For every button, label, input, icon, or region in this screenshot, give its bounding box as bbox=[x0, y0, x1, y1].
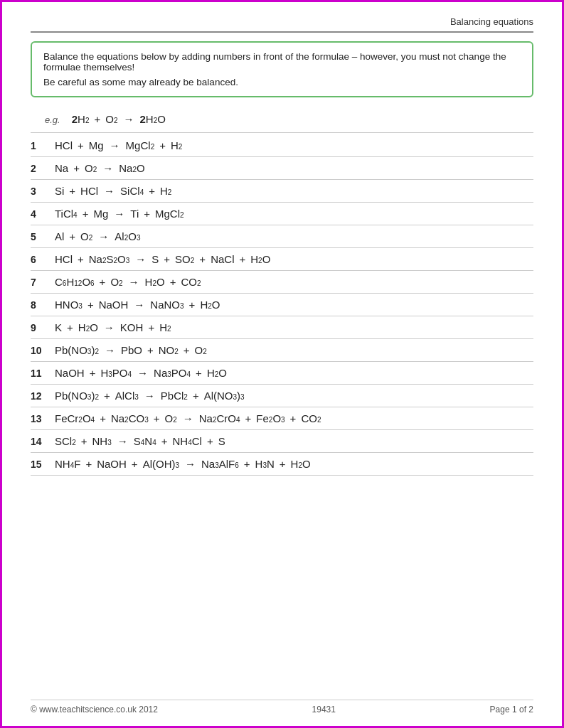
equation-14: SCl2 + NH3 → S4N4 + NH4Cl + S bbox=[53, 435, 227, 447]
equation-4: TiCl4 + Mg → Ti + MgCl2 bbox=[53, 208, 186, 220]
equation-15: NH4F + NaOH + Al(OH)3 → Na3AlF6 + H3N + … bbox=[53, 458, 312, 470]
equation-row-7: 7 C6H12O6 + O2 → H2O + CO2 bbox=[31, 271, 533, 294]
row-number-8: 8 bbox=[31, 299, 53, 311]
equation-2: Na + O2 → Na2O bbox=[53, 162, 147, 174]
equation-7: C6H12O6 + O2 → H2O + CO2 bbox=[53, 276, 203, 288]
equation-13: FeCr2O4 + Na2CO3 + O2 → Na2CrO4 + Fe2O3 … bbox=[53, 412, 322, 424]
equation-row-13: 13 FeCr2O4 + Na2CO3 + O2 → Na2CrO4 + Fe2… bbox=[31, 407, 533, 430]
equation-row-14: 14 SCl2 + NH3 → S4N4 + NH4Cl + S bbox=[31, 430, 533, 453]
equation-8: HNO3 + NaOH → NaNO3 + H2O bbox=[53, 299, 221, 311]
equation-row-4: 4 TiCl4 + Mg → Ti + MgCl2 bbox=[31, 203, 533, 225]
equation-row-11: 11 NaOH + H3PO4 → Na3PO4 + H2O bbox=[31, 362, 533, 385]
footer-code: 19431 bbox=[312, 705, 336, 714]
equation-row-8: 8 HNO3 + NaOH → NaNO3 + H2O bbox=[31, 294, 533, 316]
equation-row-12: 12 Pb(NO3)2 + AlCl3 → PbCl2 + Al(NO3)3 bbox=[31, 385, 533, 407]
row-number-1: 1 bbox=[31, 140, 53, 151]
example-row: e.g. 2H2 + O2 → 2 H2O bbox=[31, 109, 533, 133]
page-footer: © www.teachitscience.co.uk 2012 19431 Pa… bbox=[31, 700, 533, 714]
row-number-10: 10 bbox=[31, 345, 53, 356]
equation-11: NaOH + H3PO4 → Na3PO4 + H2O bbox=[53, 367, 228, 379]
instruction-line2: Be careful as some may already be balanc… bbox=[43, 77, 521, 87]
equation-row-15: 15 NH4F + NaOH + Al(OH)3 → Na3AlF6 + H3N… bbox=[31, 453, 533, 476]
equation-row-1: 1 HCl + Mg → MgCl2 + H2 bbox=[31, 134, 533, 157]
equation-5: Al + O2 → Al2O3 bbox=[53, 230, 142, 242]
equation-6: HCl + Na2S2O3 → S + SO2 + NaCl + H2O bbox=[53, 253, 272, 265]
equation-row-5: 5 Al + O2 → Al2O3 bbox=[31, 225, 533, 248]
row-number-4: 4 bbox=[31, 208, 53, 220]
equation-row-2: 2 Na + O2 → Na2O bbox=[31, 157, 533, 180]
page: Balancing equations Balance the equation… bbox=[0, 0, 564, 728]
row-number-11: 11 bbox=[31, 368, 53, 379]
instruction-line1: Balance the equations below by adding nu… bbox=[43, 51, 521, 73]
equation-1: HCl + Mg → MgCl2 + H2 bbox=[53, 139, 183, 151]
row-number-14: 14 bbox=[31, 436, 53, 447]
equation-3: Si + HCl → SiCl4 + H2 bbox=[53, 185, 173, 197]
example-label: e.g. bbox=[45, 114, 60, 125]
row-number-5: 5 bbox=[31, 231, 53, 242]
equation-row-9: 9 K + H2O → KOH + H2 bbox=[31, 316, 533, 339]
equation-9: K + H2O → KOH + H2 bbox=[53, 321, 173, 333]
row-number-9: 9 bbox=[31, 322, 53, 333]
row-number-7: 7 bbox=[31, 277, 53, 288]
equation-10: Pb(NO3)2 → PbO + NO2 + O2 bbox=[53, 344, 208, 356]
row-number-6: 6 bbox=[31, 254, 53, 265]
equation-row-10: 10 Pb(NO3)2 → PbO + NO2 + O2 bbox=[31, 339, 533, 362]
footer-page: Page 1 of 2 bbox=[490, 705, 533, 714]
row-number-13: 13 bbox=[31, 413, 53, 424]
instruction-box: Balance the equations below by adding nu… bbox=[31, 41, 533, 97]
example-equation: 2H2 + O2 → 2 H2O bbox=[70, 113, 167, 125]
page-title: Balancing equations bbox=[450, 16, 533, 27]
row-number-12: 12 bbox=[31, 390, 53, 402]
equation-12: Pb(NO3)2 + AlCl3 → PbCl2 + Al(NO3)3 bbox=[53, 390, 246, 402]
footer-copyright: © www.teachitscience.co.uk 2012 bbox=[31, 705, 158, 714]
row-number-3: 3 bbox=[31, 186, 53, 197]
row-number-15: 15 bbox=[31, 459, 53, 470]
page-header: Balancing equations bbox=[31, 16, 533, 33]
equation-row-6: 6 HCl + Na2S2O3 → S + SO2 + NaCl + H2O bbox=[31, 248, 533, 271]
row-number-2: 2 bbox=[31, 163, 53, 174]
equation-row-3: 3 Si + HCl → SiCl4 + H2 bbox=[31, 180, 533, 203]
